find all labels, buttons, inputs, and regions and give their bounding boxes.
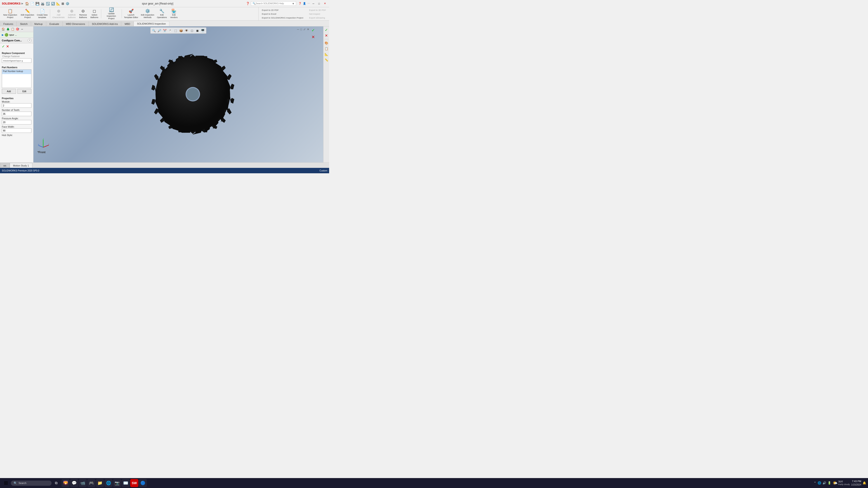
face-width-input[interactable] xyxy=(2,128,31,133)
panel-tree-btn[interactable]: 🌲 xyxy=(6,27,10,31)
net-inspect-btn[interactable]: Net-Inspect xyxy=(308,12,327,15)
part-numbers-label: Part Numbers xyxy=(2,66,31,69)
property-manager-btn[interactable]: 📋 xyxy=(324,46,329,51)
right-x-btn[interactable]: ✕ xyxy=(324,33,329,38)
help-icon[interactable]: ❓ xyxy=(246,2,250,5)
monitor-btn[interactable]: 🖥️ xyxy=(200,28,205,33)
bottom-tab-ws[interactable]: ws xyxy=(0,163,10,168)
new-doc-icon[interactable]: 📄 xyxy=(30,2,34,5)
panel-target-btn[interactable]: 🎯 xyxy=(15,27,20,31)
3d-view-btn[interactable]: 📦 xyxy=(179,28,184,33)
vp-minimize-btn[interactable]: ─ xyxy=(297,27,300,31)
export-sw-project-btn[interactable]: Export to SOLIDWORKS Inspection Project xyxy=(260,16,305,20)
bottom-tab-motion-study[interactable]: Motion Study 1 xyxy=(10,163,32,168)
panel-home-btn[interactable]: 🏠 xyxy=(1,27,5,31)
print-icon[interactable]: 🖨️ xyxy=(41,2,44,5)
module-row: Module: xyxy=(2,100,31,108)
create-template-btn[interactable]: 📄 Create Newtemplate xyxy=(35,8,49,20)
settings-icon[interactable]: ⚙️ xyxy=(66,2,69,5)
panel-prop-btn[interactable]: 📋 xyxy=(10,27,15,31)
rotate-btn[interactable]: 🖱️ xyxy=(168,28,173,33)
zoom-in-btn[interactable]: 🔍 xyxy=(151,28,156,33)
launch-template-btn[interactable]: 🚀 LaunchTemplate Editor xyxy=(123,8,140,20)
minimize-btn[interactable]: ─ xyxy=(311,2,316,5)
pan-btn[interactable]: ✂️ xyxy=(162,28,167,33)
update-inspection-btn[interactable]: 🔄 Update InspectionProject xyxy=(102,8,121,20)
tab-sw-inspection[interactable]: SOLIDWORKS Inspection xyxy=(133,21,169,26)
part-number-item-1[interactable]: Part Number lookup xyxy=(2,70,31,74)
part-numbers-btns: Add Edit xyxy=(2,89,31,94)
appearance-btn[interactable]: ◻ xyxy=(189,28,194,33)
teeth-input[interactable] xyxy=(2,111,31,116)
app-logo: SOLIDWORKS ▶ 🏠 📄 💾 🖨️ ↩️ ↖️ 📐 ⊞ ⚙️ xyxy=(2,2,69,5)
display-mode-btn[interactable]: 👁️ xyxy=(184,28,189,33)
edit-part-number-btn[interactable]: Edit xyxy=(18,89,32,94)
new-inspection-btn[interactable]: 📋 New Inspection Project xyxy=(1,8,20,20)
part-numbers-empty xyxy=(2,74,31,88)
undo-icon[interactable]: ↩️ xyxy=(46,2,50,5)
help-search-box[interactable]: 🔍 Search SOLIDWORKS Help ▼ xyxy=(251,1,296,6)
edit-inspection-icon: ✏️ xyxy=(25,9,30,13)
accept-action-btn[interactable]: ✓ xyxy=(310,27,316,33)
add-balloons-btn[interactable]: ⊕ Add/EditBalloons xyxy=(66,8,78,20)
add-char-icon: ⊕ xyxy=(57,9,60,13)
export-3dpdf-btn[interactable]: Export to 3D PDF xyxy=(308,8,327,12)
export-edrawing-btn[interactable]: Export eDrawing xyxy=(308,16,327,20)
question-icon[interactable]: ❓ xyxy=(298,2,302,5)
part-numbers-section: Part Numbers Part Number lookup Add Edit xyxy=(0,64,33,95)
maximize-btn[interactable]: □ xyxy=(317,2,321,5)
edit-methods-btn[interactable]: ⚙️ Edit InspectionMethods xyxy=(140,8,156,20)
edit-vendors-btn[interactable]: 🏪 EditVendors xyxy=(168,8,180,20)
add-characteristic-btn[interactable]: ⊕ AddCharacteristic xyxy=(51,8,66,20)
tab-features[interactable]: Features xyxy=(0,21,17,26)
zoom-out-btn[interactable]: 🔎 xyxy=(157,28,162,33)
reject-action-btn[interactable]: ✕ xyxy=(310,34,316,40)
select-tool-btn[interactable]: ⬚ xyxy=(173,28,178,33)
tab-mbd[interactable]: MBD xyxy=(121,21,133,26)
tab-sketch[interactable]: Sketch xyxy=(17,21,31,26)
edit-methods-icon: ⚙️ xyxy=(145,9,150,13)
vp-restore-btn[interactable]: ⤢ xyxy=(303,27,306,31)
cancel-btn[interactable]: ✕ xyxy=(6,44,9,48)
vp-close-btn[interactable]: ✕ xyxy=(307,27,310,31)
svg-line-2 xyxy=(39,145,43,147)
vp-maximize-btn[interactable]: □ xyxy=(300,27,303,31)
pressure-input[interactable] xyxy=(2,120,31,125)
component-path-input[interactable] xyxy=(2,58,31,63)
export-excel-btn[interactable]: Export to Excel xyxy=(260,12,305,15)
home-icon[interactable]: 🏠 xyxy=(25,2,29,5)
tab-solidworks-addins[interactable]: SOLIDWORKS Add-Ins xyxy=(89,21,121,26)
launch-template-label: LaunchTemplate Editor xyxy=(124,14,138,19)
measure-icon[interactable]: 📐 xyxy=(56,2,60,5)
pressure-label: Pressure Angle: xyxy=(2,117,31,120)
configure-help-btn[interactable]: ? xyxy=(28,39,31,42)
edit-operations-btn[interactable]: 🔧 EditOperations xyxy=(156,8,168,20)
search-dropdown-icon: ▼ xyxy=(292,2,294,5)
add-part-number-btn[interactable]: Add xyxy=(2,89,16,94)
select-balloons-btn[interactable]: ◻ SelectBalloons xyxy=(89,8,100,20)
module-input[interactable] xyxy=(2,103,31,108)
close-btn[interactable]: ✕ xyxy=(322,2,327,5)
more-icon[interactable]: ⋯ xyxy=(307,2,310,5)
tab-mbd-dimensions[interactable]: MBD Dimensions xyxy=(63,21,89,26)
pressure-row: Pressure Angle: xyxy=(2,117,31,125)
save-icon[interactable]: 💾 xyxy=(35,2,39,5)
right-check-btn[interactable]: ✓ xyxy=(324,27,329,32)
axis-svg: Y X Z xyxy=(37,138,49,150)
select-balloons-label: SelectBalloons xyxy=(90,14,98,19)
confirm-btn[interactable]: ✓ xyxy=(2,44,5,48)
tab-evaluate[interactable]: Evaluate xyxy=(46,21,63,26)
panel-expand-btn[interactable]: ↔️ xyxy=(20,27,24,31)
configuration-btn[interactable]: 📐 xyxy=(324,52,329,57)
tab-markup[interactable]: Markup xyxy=(31,21,46,26)
scene-btn[interactable]: ◼ xyxy=(195,28,200,33)
edit-inspection-btn[interactable]: ✏️ Edit InspectionProject xyxy=(20,8,35,20)
display-manager-btn[interactable]: 🎨 xyxy=(324,40,329,45)
remove-balloons-btn[interactable]: ⊖ RemoveBalloons xyxy=(78,8,89,20)
select-icon[interactable]: ↖️ xyxy=(51,2,55,5)
export-2dpdf-btn[interactable]: Export to 2D PDF xyxy=(260,8,305,12)
dim-expert-btn[interactable]: 📏 xyxy=(324,57,329,62)
user-icon[interactable]: 👤 xyxy=(303,2,306,5)
view-icon[interactable]: ⊞ xyxy=(61,2,64,5)
hub-style-label: Hub Style: xyxy=(2,134,31,136)
